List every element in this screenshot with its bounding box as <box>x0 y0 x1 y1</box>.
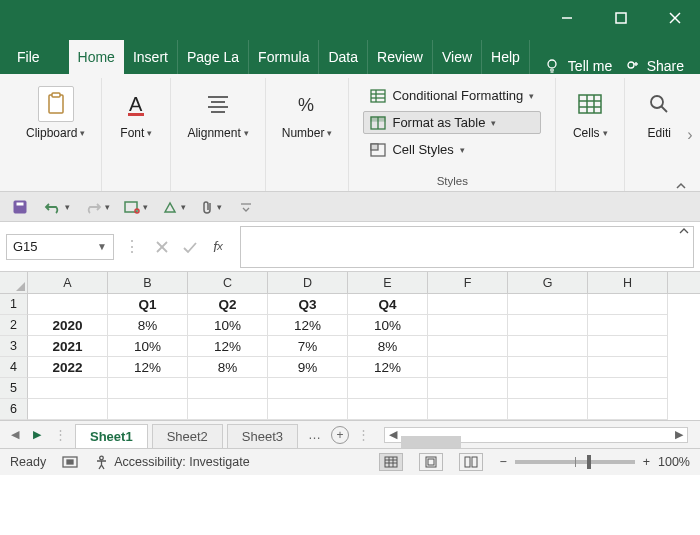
tab-file[interactable]: File <box>8 40 49 74</box>
qat-button-1[interactable]: ▾ <box>124 200 148 214</box>
cell-styles-button[interactable]: Cell Styles ▾ <box>363 138 541 161</box>
cell[interactable] <box>188 378 268 399</box>
sheet-nav-prev[interactable]: ◀ <box>6 426 24 444</box>
cell[interactable] <box>108 378 188 399</box>
cell[interactable] <box>28 378 108 399</box>
minimize-button[interactable] <box>550 4 584 32</box>
column-header[interactable]: F <box>428 272 508 293</box>
cell[interactable] <box>428 294 508 315</box>
cell[interactable] <box>28 294 108 315</box>
cell[interactable] <box>268 399 348 420</box>
close-button[interactable] <box>658 4 692 32</box>
column-header[interactable]: B <box>108 272 188 293</box>
column-header[interactable]: G <box>508 272 588 293</box>
cell[interactable] <box>428 378 508 399</box>
tab-formulas[interactable]: Formula <box>249 40 319 74</box>
editing-button[interactable]: Editi <box>635 82 683 144</box>
cell[interactable] <box>428 399 508 420</box>
qat-button-2[interactable]: ▾ <box>162 200 186 214</box>
scroll-right-icon[interactable]: ▶ <box>671 428 687 441</box>
formula-input[interactable] <box>240 226 694 268</box>
cell[interactable]: 10% <box>348 315 428 336</box>
cell[interactable]: Q2 <box>188 294 268 315</box>
expand-formula-bar-icon[interactable] <box>678 226 690 236</box>
cell[interactable] <box>268 378 348 399</box>
cell[interactable] <box>588 378 668 399</box>
cell[interactable] <box>508 357 588 378</box>
cell[interactable] <box>348 399 428 420</box>
cell[interactable] <box>588 315 668 336</box>
cell[interactable] <box>508 336 588 357</box>
cell[interactable]: 10% <box>108 336 188 357</box>
redo-button[interactable]: ▾ <box>84 200 110 214</box>
insert-function-button[interactable]: fx <box>206 239 230 255</box>
row-header[interactable]: 5 <box>0 378 28 399</box>
sheet-tab-1[interactable]: Sheet1 <box>75 424 148 448</box>
tab-home[interactable]: Home <box>69 40 124 74</box>
cell[interactable] <box>28 399 108 420</box>
column-header[interactable]: C <box>188 272 268 293</box>
sheet-nav-next[interactable]: ▶ <box>28 426 46 444</box>
tell-me[interactable]: Tell me <box>544 58 612 74</box>
worksheet-grid[interactable]: ABCDEFGH 1Q1Q2Q3Q4220208%10%12%10%320211… <box>0 272 700 420</box>
macro-icon[interactable] <box>62 455 78 469</box>
cell[interactable]: 12% <box>348 357 428 378</box>
format-as-table-button[interactable]: Format as Table ▾ <box>363 111 541 134</box>
cell[interactable] <box>588 294 668 315</box>
cell[interactable] <box>588 336 668 357</box>
cell[interactable] <box>348 378 428 399</box>
number-button[interactable]: % Number▾ <box>276 82 339 144</box>
cell[interactable]: 8% <box>108 315 188 336</box>
page-layout-view-button[interactable] <box>419 453 443 471</box>
conditional-formatting-button[interactable]: Conditional Formatting ▾ <box>363 84 541 107</box>
zoom-in-button[interactable]: + <box>643 455 650 469</box>
zoom-out-button[interactable]: − <box>499 455 506 469</box>
zoom-slider[interactable] <box>515 460 635 464</box>
qat-customize[interactable] <box>236 198 256 216</box>
cell[interactable]: 2021 <box>28 336 108 357</box>
sheet-tab-3[interactable]: Sheet3 <box>227 424 298 448</box>
cell[interactable] <box>428 357 508 378</box>
cell[interactable]: Q4 <box>348 294 428 315</box>
name-box[interactable]: G15 ▼ <box>6 234 114 260</box>
cell[interactable] <box>428 315 508 336</box>
column-header[interactable]: H <box>588 272 668 293</box>
font-button[interactable]: A Font▾ <box>112 82 160 144</box>
cell[interactable] <box>108 399 188 420</box>
tab-view[interactable]: View <box>433 40 482 74</box>
row-header[interactable]: 2 <box>0 315 28 336</box>
cell[interactable]: Q1 <box>108 294 188 315</box>
tab-insert[interactable]: Insert <box>124 40 178 74</box>
add-sheet-button[interactable]: + <box>331 426 349 444</box>
cell[interactable]: Q3 <box>268 294 348 315</box>
horizontal-scrollbar[interactable]: ◀ ▶ <box>384 427 688 443</box>
scroll-left-icon[interactable]: ◀ <box>385 428 401 441</box>
save-button[interactable] <box>10 198 30 216</box>
tab-help[interactable]: Help <box>482 40 530 74</box>
row-header[interactable]: 1 <box>0 294 28 315</box>
cell[interactable] <box>508 315 588 336</box>
cell[interactable] <box>508 378 588 399</box>
cell[interactable]: 12% <box>108 357 188 378</box>
cell[interactable]: 12% <box>188 336 268 357</box>
cell[interactable]: 8% <box>348 336 428 357</box>
tab-page-layout[interactable]: Page La <box>178 40 249 74</box>
cell[interactable]: 12% <box>268 315 348 336</box>
column-header[interactable]: E <box>348 272 428 293</box>
cell[interactable]: 10% <box>188 315 268 336</box>
cell[interactable] <box>508 294 588 315</box>
cell[interactable] <box>428 336 508 357</box>
cell[interactable]: 9% <box>268 357 348 378</box>
cell[interactable] <box>508 399 588 420</box>
ribbon-scroll-right[interactable]: › <box>685 78 694 191</box>
cell[interactable] <box>188 399 268 420</box>
row-header[interactable]: 6 <box>0 399 28 420</box>
accessibility-status[interactable]: Accessibility: Investigate <box>94 455 249 470</box>
undo-button[interactable]: ▾ <box>44 200 70 214</box>
row-header[interactable]: 4 <box>0 357 28 378</box>
cells-button[interactable]: Cells▾ <box>566 82 614 144</box>
chevron-down-icon[interactable]: ▼ <box>97 241 107 252</box>
cell[interactable]: 7% <box>268 336 348 357</box>
cell[interactable]: 2022 <box>28 357 108 378</box>
cancel-formula-button[interactable] <box>150 240 174 254</box>
